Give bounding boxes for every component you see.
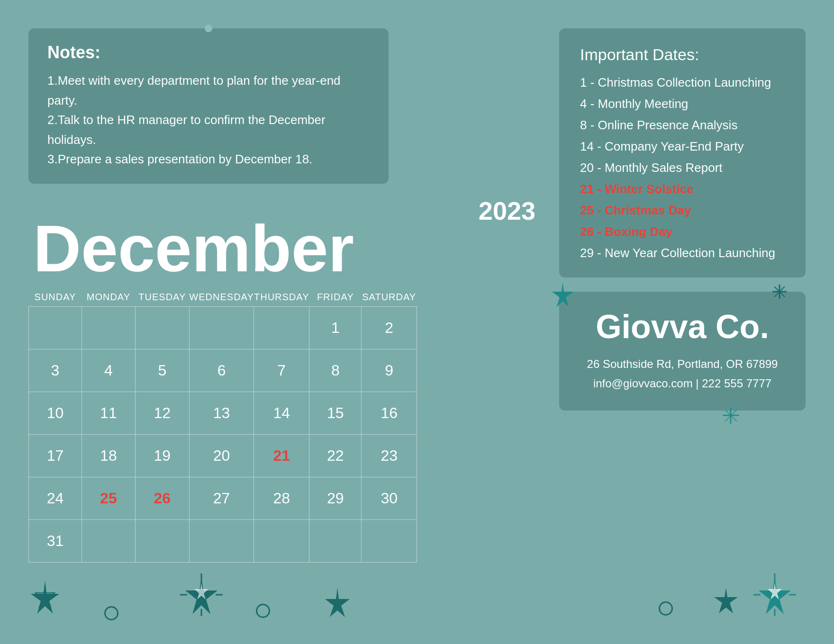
- calendar-day: 5: [135, 349, 189, 392]
- company-contact: info@giovvaco.com | 222 555 7777: [580, 374, 785, 394]
- calendar-day: 3: [29, 349, 82, 392]
- company-name: Giovva Co.: [580, 309, 785, 345]
- calendar-day: 9: [362, 349, 417, 392]
- calendar-day: 4: [82, 349, 136, 392]
- col-thursday: THURSDAY: [254, 288, 309, 307]
- col-wednesday: WEDNESDAY: [189, 288, 254, 307]
- dates-list: 1 - Christmas Collection Launching4 - Mo…: [580, 75, 785, 260]
- company-street: 26 Southside Rd, Portland, OR 67899: [580, 355, 785, 374]
- dates-list-item: 29 - New Year Collection Launching: [580, 246, 785, 260]
- calendar-day: 30: [362, 477, 417, 519]
- month-header: 2023 December: [28, 198, 540, 283]
- calendar-day: [309, 519, 362, 562]
- calendar-day: 25: [82, 477, 136, 519]
- dates-list-item: 8 - Online Presence Analysis: [580, 118, 785, 133]
- dates-box: Important Dates: 1 - Christmas Collectio…: [559, 28, 806, 277]
- calendar-day: 14: [254, 392, 309, 434]
- company-box: Giovva Co. 26 Southside Rd, Portland, OR…: [559, 292, 806, 411]
- calendar-day: 31: [29, 519, 82, 562]
- calendar-day: [135, 519, 189, 562]
- calendar-day: [189, 519, 254, 562]
- calendar-day: 13: [189, 392, 254, 434]
- calendar-day: 27: [189, 477, 254, 519]
- dates-title: Important Dates:: [580, 45, 785, 64]
- dates-list-item: 4 - Monthly Meeting: [580, 97, 785, 111]
- notes-title: Notes:: [47, 43, 370, 63]
- dates-list-item: 20 - Monthly Sales Report: [580, 161, 785, 175]
- notes-box: Notes: 1.Meet with every department to p…: [28, 28, 389, 184]
- calendar-day: 28: [254, 477, 309, 519]
- svg-line-3: [774, 286, 785, 297]
- dates-list-item: 21 - Winter Solstice: [580, 182, 785, 197]
- calendar-day: 10: [29, 392, 82, 434]
- calendar-day: 15: [309, 392, 362, 434]
- calendar-day: 24: [29, 477, 82, 519]
- calendar-day: 6: [189, 349, 254, 392]
- calendar-day: 22: [309, 434, 362, 477]
- calendar-day: 20: [189, 434, 254, 477]
- calendar-day: 21: [254, 434, 309, 477]
- calendar-day: [29, 306, 82, 349]
- company-address: 26 Southside Rd, Portland, OR 67899 info…: [580, 355, 785, 394]
- calendar-day: [254, 306, 309, 349]
- calendar-day: 2: [362, 306, 417, 349]
- col-sunday: SUNDAY: [29, 288, 82, 307]
- calendar-day: 18: [82, 434, 136, 477]
- calendar-day: [362, 519, 417, 562]
- calendar-day: [82, 519, 136, 562]
- calendar-day: 26: [135, 477, 189, 519]
- dates-list-item: 14 - Company Year-End Party: [580, 139, 785, 154]
- dates-list-item: 26 - Boxing Day: [580, 224, 785, 239]
- calendar-table: SUNDAY MONDAY TUESDAY WEDNESDAY THURSDAY…: [28, 288, 417, 563]
- calendar-day: 1: [309, 306, 362, 349]
- calendar-day: 23: [362, 434, 417, 477]
- calendar-day: 29: [309, 477, 362, 519]
- calendar-day: 11: [82, 392, 136, 434]
- calendar-day: [189, 306, 254, 349]
- month-label: December: [33, 219, 535, 278]
- calendar-day: 17: [29, 434, 82, 477]
- star-deco-top-right: [772, 285, 787, 299]
- col-friday: FRIDAY: [309, 288, 362, 307]
- calendar-day: [135, 306, 189, 349]
- notes-item-1: 1.Meet with every department to plan for…: [47, 71, 370, 110]
- left-column: Notes: 1.Meet with every department to p…: [28, 28, 540, 625]
- calendar-day: [82, 306, 136, 349]
- calendar-day: 16: [362, 392, 417, 434]
- col-monday: MONDAY: [82, 288, 136, 307]
- calendar-day: 19: [135, 434, 189, 477]
- svg-line-2: [774, 286, 785, 297]
- notes-item-2: 2.Talk to the HR manager to confirm the …: [47, 110, 370, 150]
- star-deco-top-left: [550, 282, 576, 308]
- calendar-day: [254, 519, 309, 562]
- right-column: Important Dates: 1 - Christmas Collectio…: [559, 28, 806, 625]
- col-saturday: SATURDAY: [362, 288, 417, 307]
- col-tuesday: TUESDAY: [135, 288, 189, 307]
- calendar-day: 12: [135, 392, 189, 434]
- dates-list-item: 25 - Christmas Day: [580, 203, 785, 218]
- notes-item-3: 3.Prepare a sales presentation by Decemb…: [47, 150, 370, 170]
- calendar-day: 7: [254, 349, 309, 392]
- dates-list-item: 1 - Christmas Collection Launching: [580, 75, 785, 90]
- calendar-day: 8: [309, 349, 362, 392]
